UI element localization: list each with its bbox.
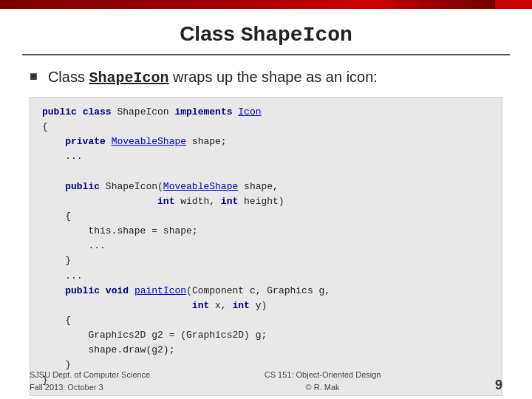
- footer-course: CS 151: Object-Oriented Design: [265, 369, 381, 381]
- code-line-10: }: [42, 255, 71, 266]
- bullet-symbol: ■: [30, 69, 38, 84]
- title-mono-text: ShapeIcon: [241, 24, 352, 47]
- code-line-14: {: [42, 315, 71, 326]
- code-line-8: this.shape = shape;: [42, 225, 198, 236]
- code-line-11: ...: [42, 270, 83, 282]
- bullet-text: Class ShapeIcon wraps up the shape as an…: [48, 67, 378, 88]
- code-line-13: int x, int y): [42, 300, 267, 311]
- slide-footer: SJSU Dept. of Computer Science Fall 2013…: [0, 369, 532, 393]
- code-line-15: Graphics2D g2 = (Graphics2D) g;: [42, 330, 267, 341]
- footer-institution: SJSU Dept. of Computer Science: [30, 369, 150, 381]
- title-plain-text: Class: [180, 22, 241, 45]
- code-line-7: {: [42, 211, 71, 222]
- bullet-point: ■ Class ShapeIcon wraps up the shape as …: [30, 67, 502, 88]
- code-block: public class ShapeIcon implements Icon {…: [30, 97, 502, 396]
- code-line-6: int width, int height): [42, 196, 284, 207]
- code-line-2: {: [42, 121, 48, 132]
- code-line-1: public class ShapeIcon implements Icon: [42, 106, 262, 117]
- footer-date: Fall 2013: October 3: [30, 381, 150, 394]
- main-content: ■ Class ShapeIcon wraps up the shape as …: [0, 55, 532, 399]
- footer-copyright: © R. Mak: [265, 381, 381, 394]
- footer-page-number: 9: [495, 378, 502, 393]
- page-title: Class ShapeIcon: [180, 22, 352, 45]
- code-line-9: ...: [42, 240, 106, 251]
- code-line-3: private MoveableShape shape;: [42, 136, 227, 147]
- code-line-12: public void paintIcon(Component c, Graph…: [42, 285, 330, 296]
- top-decorative-bar: [0, 0, 532, 9]
- footer-center: CS 151: Object-Oriented Design © R. Mak: [265, 369, 381, 393]
- code-line-5: public ShapeIcon(MoveableShape shape,: [42, 181, 279, 192]
- code-line-4: ...: [42, 151, 83, 162]
- bullet-classname: ShapeIcon: [89, 69, 168, 86]
- slide-title-area: Class ShapeIcon: [22, 9, 510, 55]
- code-line-16: shape.draw(g2);: [42, 344, 174, 355]
- top-bar-accent: [495, 0, 532, 9]
- footer-left: SJSU Dept. of Computer Science Fall 2013…: [30, 369, 150, 393]
